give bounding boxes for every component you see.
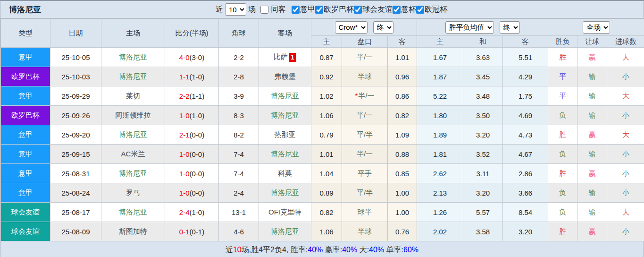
avg-home-cell: 2.02 [417, 222, 463, 241]
table-row: 球会友谊25-08-09斯图加特0-1(0-1)4-6博洛尼亚1.06半球0.7… [1, 222, 644, 241]
col-header-odds-home: 主 [311, 36, 342, 48]
away-team-link[interactable]: 比萨 [274, 52, 288, 60]
score-halftime: (0-0) [190, 131, 205, 139]
result-goals-cell: 大 [607, 48, 644, 67]
away-team-link[interactable]: 博洛尼亚 [271, 188, 299, 197]
away-team-link[interactable]: 博洛尼亚 [271, 150, 299, 158]
away-team-cell: OFI克里特 [259, 203, 311, 222]
avg-type-select[interactable]: 胜平负均值 [445, 21, 494, 34]
avg-away-cell: 4.73 [503, 125, 548, 145]
league-cell[interactable]: 意甲 [1, 145, 50, 164]
avg-home-cell: 1.89 [417, 125, 463, 145]
result-goals-cell: 大 [607, 86, 644, 106]
league-filter-checkbox[interactable] [292, 6, 300, 14]
same-away-checkbox[interactable] [260, 6, 268, 14]
score-halftime: (0-0) [190, 150, 205, 158]
league-filter: 球会友谊 [354, 5, 393, 15]
scope-select[interactable]: 全场 [583, 21, 610, 34]
avg-draw-cell: 3.63 [463, 48, 503, 67]
league-filter-checkbox[interactable] [354, 6, 362, 14]
league-cell[interactable]: 球会友谊 [1, 203, 50, 222]
league-cell[interactable]: 欧罗巴杯 [1, 67, 50, 86]
col-header-home: 主场 [101, 19, 165, 48]
score-fulltime[interactable]: 4-0 [179, 53, 190, 61]
home-team-link[interactable]: 博洛尼亚 [119, 169, 147, 177]
col-header-odds-handicap: 盘口 [342, 36, 388, 48]
avg-time-select[interactable]: 终 [500, 21, 520, 34]
score-fulltime[interactable]: 1-1 [179, 73, 190, 81]
same-away-label: 同客 [271, 5, 286, 15]
result-wdl-cell: 胜 [548, 222, 577, 241]
league-cell[interactable]: 球会友谊 [1, 222, 50, 241]
home-team-link[interactable]: 博洛尼亚 [119, 130, 147, 138]
home-team-link[interactable]: 博洛尼亚 [119, 208, 147, 216]
col-header-result-handicap: 让球 [577, 36, 607, 48]
score-cell: 1-0(0-0) [165, 183, 219, 203]
score-fulltime[interactable]: 2-1 [179, 131, 190, 139]
league-cell[interactable]: 意甲 [1, 86, 50, 106]
table-row: 意甲25-08-31博洛尼亚1-0(0-0)7-4科莫1.04平手0.852.6… [1, 164, 644, 183]
table-row: 意甲25-09-20博洛尼亚2-1(0-0)8-2热那亚0.79平/半1.091… [1, 125, 644, 145]
league-filter: 意甲 [292, 5, 315, 15]
topbar: 博洛尼亚 近 10 场 同客 意甲欧罗巴杯球会友谊意杯欧冠杯 [0, 1, 644, 18]
away-team-link[interactable]: 热那亚 [275, 130, 296, 138]
recent-count-select[interactable]: 10 [225, 3, 246, 16]
odds-handicap-cell: 球半 [342, 203, 388, 222]
away-team-link[interactable]: 弗赖堡 [275, 72, 296, 80]
home-team-link[interactable]: 博洛尼亚 [119, 53, 147, 61]
home-team-cell: 博洛尼亚 [101, 164, 165, 183]
avg-away-cell: 8.54 [503, 203, 548, 222]
score-fulltime[interactable]: 1-0 [179, 150, 190, 158]
odds-time-select[interactable]: 终 [373, 21, 393, 34]
result-goals-cell: 小 [607, 164, 644, 183]
avg-draw-cell: 3.20 [463, 183, 503, 203]
home-team-cell: 罗马 [101, 183, 165, 203]
corners-cell: 13-1 [219, 203, 259, 222]
odds-company-select[interactable]: Crow* [335, 21, 368, 34]
away-team-cell: 科莫 [259, 164, 311, 183]
league-cell[interactable]: 意甲 [1, 125, 50, 145]
matches-label: 场 [248, 5, 256, 15]
date-cell: 25-10-03 [50, 67, 101, 86]
home-team-link[interactable]: 莱切 [126, 92, 140, 100]
away-team-link[interactable]: 科莫 [278, 169, 292, 177]
home-team-link[interactable]: 斯图加特 [119, 227, 147, 235]
date-cell: 25-09-15 [50, 145, 101, 164]
home-team-link[interactable]: 博洛尼亚 [119, 72, 147, 80]
home-team-link[interactable]: AC米兰 [121, 150, 145, 158]
score-fulltime[interactable]: 2-4 [179, 208, 190, 216]
result-wdl-cell: 胜 [548, 125, 577, 145]
away-team-link[interactable]: 博洛尼亚 [271, 92, 299, 100]
odds-home-cell: 0.92 [311, 67, 342, 86]
corners-cell: 8-2 [219, 125, 259, 145]
league-cell[interactable]: 意甲 [1, 48, 50, 67]
away-team-link[interactable]: OFI克里特 [268, 208, 301, 216]
summary-segment: 近 [226, 246, 233, 254]
avg-home-cell: 5.22 [417, 86, 463, 106]
score-fulltime[interactable]: 1-0 [179, 111, 190, 120]
odds-handicap-cell: 平/半 [342, 183, 388, 203]
score-fulltime[interactable]: 0-1 [179, 228, 190, 236]
odds-home-cell: 0.82 [311, 203, 342, 222]
home-team-link[interactable]: 罗马 [126, 188, 140, 197]
score-cell: 1-0(0-0) [165, 145, 219, 164]
score-fulltime[interactable]: 1-0 [179, 170, 190, 178]
home-team-link[interactable]: 阿斯顿维拉 [116, 111, 151, 119]
league-cell[interactable]: 意甲 [1, 183, 50, 203]
league-filter-checkbox[interactable] [315, 6, 323, 14]
league-filter-checkbox[interactable] [393, 6, 401, 14]
avg-away-cell: 5.51 [503, 48, 548, 67]
odds-away-cell: 1.00 [388, 203, 417, 222]
result-handicap-cell: 输 [577, 67, 607, 86]
result-handicap-cell: 输 [577, 145, 607, 164]
league-filter-checkbox[interactable] [416, 6, 424, 14]
table-row: 球会友谊25-08-17博洛尼亚2-4(1-0)13-1OFI克里特0.82球半… [1, 203, 644, 222]
league-cell[interactable]: 欧罗巴杯 [1, 106, 50, 125]
score-fulltime[interactable]: 2-2 [179, 92, 190, 100]
score-fulltime[interactable]: 1-0 [179, 189, 190, 197]
away-team-link[interactable]: 博洛尼亚 [271, 227, 299, 235]
avg-draw-cell: 3.20 [463, 125, 503, 145]
summary-text: 近10场,胜4平2负4, 胜率:40% 赢率:40% 大:40% 单率:60% [226, 245, 418, 255]
away-team-link[interactable]: 博洛尼亚 [271, 111, 299, 119]
league-cell[interactable]: 意甲 [1, 164, 50, 183]
